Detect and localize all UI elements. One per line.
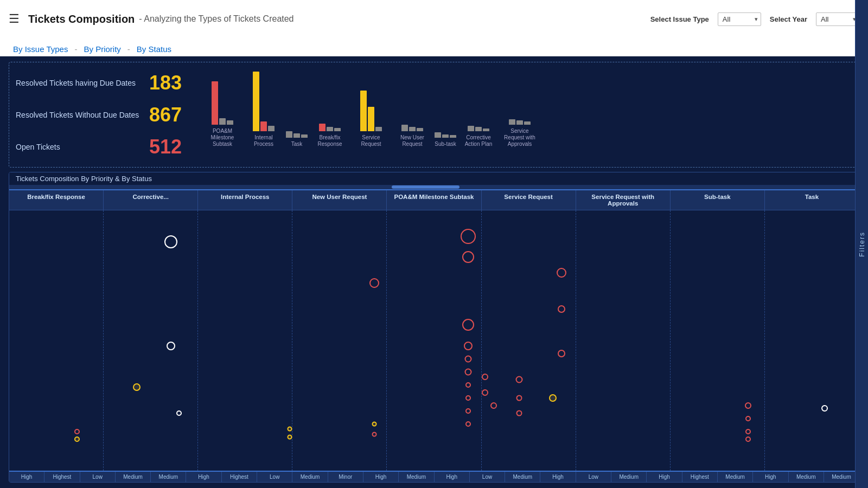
bar-6-1 xyxy=(442,134,449,138)
bubble-3 xyxy=(462,251,474,263)
bar-7-1 xyxy=(475,127,482,131)
chart-bars-8 xyxy=(509,119,531,125)
bar-3-2 xyxy=(334,128,341,131)
year-select-wrapper: All xyxy=(816,12,859,26)
scatter-col-label-0: Break/fix Response xyxy=(9,190,104,210)
chart-group-5: New User Request xyxy=(393,125,431,147)
x-axis-item-13: Low xyxy=(470,472,505,482)
scatter-col-dividers xyxy=(9,210,859,471)
nav-sep-1: - xyxy=(72,44,79,54)
x-axis-item-11: Medium xyxy=(399,472,434,482)
year-select[interactable]: All xyxy=(816,12,859,26)
chart-group-6: Sub-task xyxy=(435,132,456,147)
bubble-8 xyxy=(462,319,474,331)
summary-panel: Resolved Tickets having Due Dates 183 Re… xyxy=(9,62,859,168)
chart-group-label-1: Internal Process xyxy=(245,134,283,147)
x-axis-item-20: Medium xyxy=(718,472,753,482)
bar-5-1 xyxy=(409,127,416,131)
tab-by-priority[interactable]: By Priority xyxy=(79,44,125,54)
stat1-value: 183 xyxy=(149,72,193,94)
chart-group-0: POA&M Milestone Subtask xyxy=(203,81,241,147)
scatter-col-div-5 xyxy=(482,210,576,471)
scatter-scrollbar-top[interactable] xyxy=(9,185,859,189)
chart-group-label-2: Task xyxy=(291,141,303,147)
bubble-33 xyxy=(287,434,292,439)
bubble-31 xyxy=(372,432,377,436)
x-axis-item-6: Highest xyxy=(222,472,257,482)
scatter-x-axis: HighHighestLowMediumMediumHighHighestLow… xyxy=(9,471,859,482)
scatter-col-div-0 xyxy=(9,210,104,471)
stat-row-3: Open Tickets 512 xyxy=(16,136,193,158)
header: ☰ Tickets Composition - Analyzing the Ty… xyxy=(0,0,868,38)
bubble-34 xyxy=(74,429,80,434)
chart-group-1: Internal Process xyxy=(245,72,283,147)
x-axis-item-3: Medium xyxy=(116,472,151,482)
x-axis-item-23: Medium xyxy=(824,472,859,482)
bar-1-1 xyxy=(260,121,267,131)
stat3-value: 512 xyxy=(149,136,193,158)
x-axis-item-7: Low xyxy=(257,472,292,482)
bar-0-2 xyxy=(227,120,233,125)
bubble-22 xyxy=(133,383,141,391)
x-axis-item-19: Highest xyxy=(682,472,718,482)
stat2-value: 867 xyxy=(149,104,193,126)
x-axis-item-4: Medium xyxy=(151,472,186,482)
issue-type-filter-label: Select Issue Type xyxy=(650,15,709,23)
scatter-col-div-4 xyxy=(387,210,481,471)
scatter-body xyxy=(9,210,859,471)
x-axis-item-21: High xyxy=(753,472,788,482)
scatter-col-div-6 xyxy=(576,210,671,471)
issue-type-select[interactable]: All xyxy=(718,12,761,26)
scatter-col-div-2 xyxy=(198,210,292,471)
bar-3-1 xyxy=(327,127,333,131)
x-axis-item-9: Minor xyxy=(328,472,363,482)
scatter-col-label-8: Task xyxy=(765,190,859,210)
bar-4-0 xyxy=(360,91,367,131)
chart-bars-2 xyxy=(286,131,308,138)
bubble-7 xyxy=(558,350,565,357)
scatter-header-row: Break/fix ResponseCorrective...Internal … xyxy=(9,189,859,210)
scatter-scrollbar-thumb-top xyxy=(392,185,459,189)
bubble-12 xyxy=(465,382,471,388)
bubble-2 xyxy=(461,229,476,244)
bar-8-1 xyxy=(516,120,523,125)
chart-group-label-0: POA&M Milestone Subtask xyxy=(203,128,241,147)
chart-group-label-5: New User Request xyxy=(393,134,431,147)
tab-by-status[interactable]: By Status xyxy=(132,44,176,54)
filters-sidebar[interactable]: Filters xyxy=(855,0,868,488)
tab-by-issue-types[interactable]: By Issue Types xyxy=(9,44,72,54)
bar-7-0 xyxy=(468,126,474,131)
chart-group-7: Corrective Action Plan xyxy=(459,126,497,147)
bar-2-1 xyxy=(293,133,300,138)
bubble-25 xyxy=(821,405,828,412)
bubble-29 xyxy=(745,436,751,442)
stat-row-2: Resolved Tickets Without Due Dates 867 xyxy=(16,104,193,126)
scatter-col-label-7: Sub-task xyxy=(671,190,765,210)
bar-2-0 xyxy=(286,131,292,138)
x-axis-item-14: Medium xyxy=(505,472,540,482)
scatter-panel: Tickets Composition By Priority & By Sta… xyxy=(9,172,859,483)
scatter-col-div-8 xyxy=(765,210,859,471)
summary-chart: POA&M Milestone SubtaskInternal ProcessT… xyxy=(203,67,852,163)
x-axis-item-5: High xyxy=(186,472,221,482)
year-filter-label: Select Year xyxy=(770,15,807,23)
x-axis-item-22: Medium xyxy=(789,472,824,482)
x-axis-item-8: Medium xyxy=(292,472,328,482)
scatter-col-label-2: Internal Process xyxy=(198,190,292,210)
bubble-15 xyxy=(465,421,471,427)
chart-bars-7 xyxy=(468,126,489,131)
bubble-20 xyxy=(516,395,522,401)
hamburger-icon[interactable]: ☰ xyxy=(9,12,20,26)
chart-bars-4 xyxy=(360,91,382,131)
bubble-1 xyxy=(167,342,175,350)
scatter-col-label-3: New User Request xyxy=(292,190,387,210)
x-axis-item-12: High xyxy=(435,472,470,482)
chart-group-label-3: Break/fix Response xyxy=(311,134,349,147)
bar-7-2 xyxy=(483,129,489,131)
bubble-5 xyxy=(557,268,566,278)
stat2-label: Resolved Tickets Without Due Dates xyxy=(16,111,141,119)
x-axis-item-10: High xyxy=(363,472,399,482)
chart-bars-3 xyxy=(319,124,341,131)
bubble-9 xyxy=(464,342,473,350)
bar-8-2 xyxy=(524,121,531,125)
